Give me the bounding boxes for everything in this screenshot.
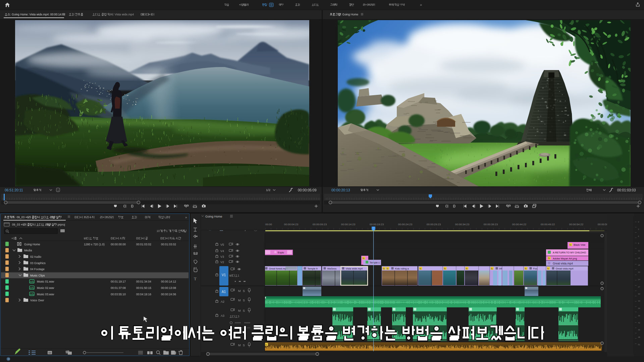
svg-text:09_03: 09_03 — [12, 223, 20, 226]
svg-text:00:00:20:13: 00:00:20:13 — [331, 188, 350, 192]
svg-text:»: » — [185, 216, 187, 219]
svg-text:»: » — [420, 3, 422, 7]
svg-text:: Going Home: : Going Home — [341, 13, 359, 16]
svg-text:: Vista wide.mp4: : Vista wide.mp4 — [113, 13, 134, 16]
svg-text:.prproj: .prproj — [57, 223, 65, 226]
svg-text:00:00:05:09: 00:00:05:09 — [298, 188, 317, 192]
svg-text:1: 1 — [57, 189, 59, 192]
svg-text:00:01:03:03: 00:01:03:03 — [617, 188, 636, 192]
svg-text:10: 10 — [157, 229, 160, 233]
svg-text:06:51:20:11: 06:51:20:11 — [5, 188, 23, 192]
svg-text:1/2: 1/2 — [266, 188, 270, 192]
svg-text:1: 1 — [166, 229, 168, 233]
svg-text:: 09_03: : 09_03 — [15, 216, 25, 219]
svg-text:: Going Home: Vista wide.mp4:: : Going Home: Vista wide.mp4: 00:00:14:0… — [10, 13, 65, 16]
